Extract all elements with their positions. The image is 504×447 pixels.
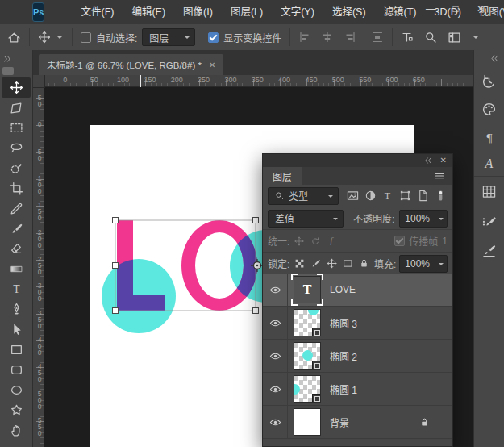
maximize-button[interactable]: □: [450, 1, 461, 17]
align-left-icon[interactable]: [298, 31, 311, 44]
layer-thumbnail[interactable]: [294, 375, 321, 403]
dock-panel-icon[interactable]: [474, 237, 504, 263]
workspace-icon[interactable]: [448, 31, 461, 44]
filter-type-layers-icon[interactable]: [381, 188, 395, 204]
menu-item[interactable]: 滤镜(T): [375, 0, 426, 24]
visibility-toggle[interactable]: [263, 406, 288, 438]
tool-button[interactable]: [2, 118, 31, 138]
search-icon[interactable]: [424, 31, 437, 44]
tool-button[interactable]: [2, 98, 31, 118]
home-icon[interactable]: [7, 31, 21, 44]
visibility-toggle[interactable]: [263, 274, 288, 306]
dock-panel-icon[interactable]: [474, 176, 504, 207]
layer-row[interactable]: 背景: [263, 406, 452, 439]
layer-row[interactable]: 椭圆 1: [263, 373, 452, 406]
tool-button[interactable]: [2, 320, 31, 340]
layer-name[interactable]: 椭圆 3: [330, 316, 357, 330]
layer-thumbnail[interactable]: [294, 309, 321, 336]
menu-item[interactable]: 图层(L): [222, 0, 272, 24]
close-button[interactable]: ✕: [475, 1, 486, 17]
lock-artboard-icon[interactable]: [342, 257, 355, 269]
handle-bottom-right[interactable]: [253, 308, 259, 314]
distribute-icon[interactable]: [371, 31, 384, 44]
handle-bottom-left[interactable]: [113, 308, 119, 314]
dock-panel-icon[interactable]: [474, 207, 504, 237]
filter-shape-layers-icon[interactable]: [398, 188, 413, 204]
layer-name[interactable]: 椭圆 2: [330, 349, 357, 363]
tool-button[interactable]: [2, 299, 31, 320]
panel-menu-icon[interactable]: [433, 171, 446, 181]
document-tab[interactable]: 未标题-1 @ 66.7% (LOVE, RGB/8#) * ✕: [39, 54, 223, 75]
minimize-button[interactable]: —: [425, 1, 436, 17]
layer-name[interactable]: 背景: [330, 416, 349, 429]
ruler-origin-corner[interactable]: [32, 75, 45, 88]
menu-item[interactable]: 图像(I): [174, 0, 222, 24]
tool-button[interactable]: [2, 178, 31, 198]
layer-thumbnail[interactable]: T: [294, 276, 321, 303]
collapse-panel-icon[interactable]: [424, 157, 432, 165]
tool-button[interactable]: [2, 340, 31, 360]
tool-button[interactable]: [2, 138, 31, 158]
auto-select-checkbox[interactable]: [81, 32, 91, 43]
show-transform-checkbox[interactable]: [208, 32, 219, 43]
tool-button[interactable]: [2, 400, 31, 420]
chevron-down-icon[interactable]: [435, 211, 447, 227]
lock-all-icon[interactable]: [358, 257, 371, 269]
chevron-down-icon[interactable]: [435, 256, 447, 272]
menu-item[interactable]: 编辑(E): [123, 0, 174, 24]
tool-button[interactable]: [2, 219, 31, 239]
tool-button[interactable]: [2, 158, 31, 178]
layer-row[interactable]: T LOVE: [263, 274, 452, 307]
auto-select-target-dropdown[interactable]: 图层: [142, 28, 195, 46]
dock-panel-icon[interactable]: [474, 94, 504, 124]
tab-layers[interactable]: 图层: [263, 167, 302, 185]
toolbar-grip[interactable]: [2, 67, 14, 75]
layer-thumbnail[interactable]: [294, 408, 321, 436]
tool-button[interactable]: [2, 259, 31, 279]
layer-thumbnail[interactable]: [294, 342, 321, 370]
filter-smart-objects-icon[interactable]: [416, 188, 431, 204]
tool-button[interactable]: [2, 420, 31, 441]
fill-value-box[interactable]: 100%: [399, 255, 448, 273]
blend-mode-dropdown[interactable]: 差值: [268, 210, 344, 228]
filter-toggle-switch[interactable]: [433, 188, 448, 204]
visibility-toggle[interactable]: [263, 340, 288, 372]
tool-button[interactable]: [2, 279, 31, 299]
handle-middle-left[interactable]: [113, 263, 119, 269]
filter-pixel-layers-icon[interactable]: [345, 188, 360, 204]
expand-toolbar-icon[interactable]: [3, 55, 11, 63]
layer-name[interactable]: LOVE: [330, 284, 356, 295]
tool-button[interactable]: [2, 77, 31, 98]
visibility-toggle[interactable]: [263, 307, 288, 339]
lock-transparency-icon[interactable]: [293, 257, 306, 269]
workspace-chevron-icon[interactable]: [472, 33, 480, 41]
dock-panel-icon[interactable]: [474, 68, 504, 94]
layer-row[interactable]: 椭圆 3: [263, 307, 452, 340]
visibility-toggle[interactable]: [263, 373, 288, 405]
filter-kind-dropdown[interactable]: 类型: [268, 187, 339, 205]
align-right-icon[interactable]: [344, 31, 356, 44]
tool-button[interactable]: [2, 239, 31, 259]
menu-item[interactable]: 文字(Y): [272, 0, 323, 24]
tool-button[interactable]: [2, 380, 31, 400]
lock-position-icon[interactable]: [326, 257, 339, 269]
close-panel-icon[interactable]: ✕: [440, 157, 447, 165]
opacity-value-box[interactable]: 100%: [399, 210, 448, 228]
menu-item[interactable]: 选择(S): [323, 0, 375, 24]
collapse-dock-icon[interactable]: [490, 54, 499, 63]
lock-pixels-icon[interactable]: [309, 257, 322, 269]
tool-button[interactable]: [2, 198, 31, 219]
align-center-icon[interactable]: [321, 31, 334, 44]
dock-panel-icon[interactable]: [474, 124, 504, 150]
layer-name[interactable]: 椭圆 1: [330, 382, 357, 396]
tool-button[interactable]: [2, 360, 31, 380]
3d-mode-icon[interactable]: [401, 31, 414, 44]
tool-preset-chevron-icon[interactable]: [56, 33, 64, 41]
filter-adjustment-layers-icon[interactable]: [363, 188, 377, 204]
close-tab-icon[interactable]: ✕: [209, 61, 215, 69]
menu-item[interactable]: 文件(F): [72, 0, 123, 24]
layer-row[interactable]: 椭圆 2: [263, 340, 452, 373]
handle-top-left[interactable]: [113, 218, 119, 224]
dock-panel-icon[interactable]: [474, 150, 504, 176]
handle-top-right[interactable]: [253, 218, 259, 224]
